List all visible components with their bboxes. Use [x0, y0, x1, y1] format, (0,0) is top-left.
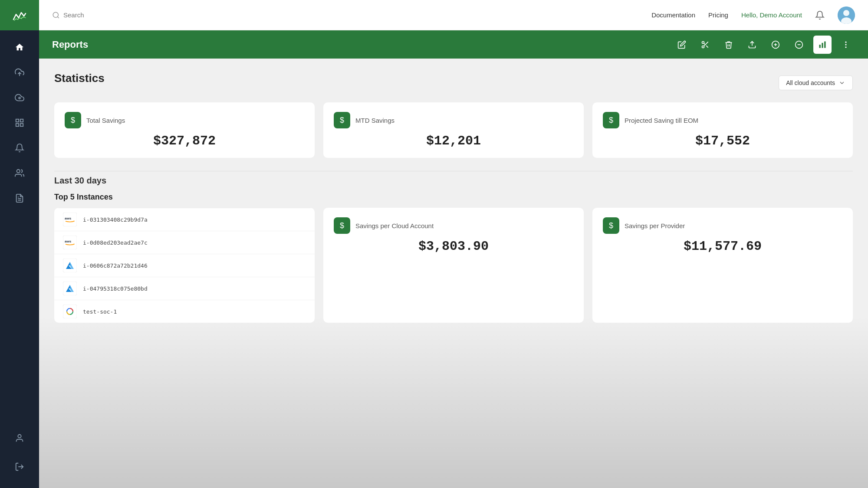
edit-button[interactable] [673, 36, 691, 54]
sidebar-item-cloud-settings[interactable] [7, 87, 33, 108]
projected-savings-value: $17,552 [603, 134, 842, 148]
bell-icon[interactable] [815, 10, 825, 20]
chart-button[interactable] [813, 36, 832, 54]
reports-actions [673, 36, 855, 54]
svg-point-31 [845, 41, 846, 43]
sidebar-logo[interactable] [0, 0, 39, 30]
reports-title: Reports [52, 39, 673, 50]
savings-cloud-icon: $ [334, 217, 350, 234]
svg-line-20 [706, 46, 708, 48]
total-savings-icon: $ [65, 112, 81, 128]
main-wrapper: Documentation Pricing Hello, Demo Accoun… [39, 0, 868, 488]
svg-rect-3 [16, 119, 19, 122]
search-icon [52, 11, 60, 19]
sidebar-item-upload-cloud[interactable] [7, 62, 33, 83]
table-row: aws i-0d08ed203ead2ae7c [54, 231, 315, 254]
svg-rect-5 [16, 124, 19, 126]
svg-rect-28 [819, 45, 821, 48]
svg-rect-4 [20, 119, 23, 122]
savings-cloud-label: Savings per Cloud Account [355, 222, 434, 229]
pricing-link[interactable]: Pricing [708, 11, 728, 19]
minus-button[interactable] [790, 36, 808, 54]
azure-icon [63, 282, 77, 295]
svg-line-21 [704, 43, 705, 44]
svg-rect-30 [824, 41, 825, 48]
stat-cards: $ Total Savings $327,872 $ MTD Savings $… [54, 102, 853, 158]
svg-point-7 [17, 170, 20, 173]
instances-list: aws i-031303408c29b9d7a aws [54, 208, 315, 323]
sidebar-item-user[interactable] [7, 427, 33, 449]
delete-button[interactable] [720, 36, 738, 54]
gcp-icon [63, 305, 77, 318]
table-row: i-04795318c075e80bd [54, 277, 315, 300]
mtd-savings-icon: $ [334, 112, 350, 128]
last30-title: Last 30 days [54, 171, 853, 186]
content: Statistics All cloud accounts $ Total Sa… [39, 59, 868, 488]
sidebar-item-grid[interactable] [7, 112, 33, 134]
topbar: Documentation Pricing Hello, Demo Accoun… [39, 0, 868, 30]
savings-provider-value: $11,577.69 [603, 239, 842, 254]
sidebar-nav [0, 30, 39, 426]
search-input[interactable] [63, 11, 150, 19]
stat-card-total-savings: $ Total Savings $327,872 [54, 102, 315, 158]
svg-rect-29 [822, 43, 823, 48]
instances-section: aws i-031303408c29b9d7a aws [54, 208, 853, 323]
sidebar-item-reports[interactable] [7, 187, 33, 209]
svg-line-13 [57, 16, 59, 18]
sidebar-item-team[interactable] [7, 162, 33, 184]
sidebar-item-home[interactable] [7, 36, 33, 58]
documentation-link[interactable]: Documentation [651, 11, 695, 19]
mtd-savings-label: MTD Savings [355, 117, 395, 124]
sidebar [0, 0, 39, 488]
svg-point-17 [702, 41, 704, 43]
savings-cloud-value: $3,803.90 [334, 239, 573, 254]
svg-point-15 [843, 10, 849, 16]
svg-point-10 [18, 435, 21, 438]
sidebar-item-alerts[interactable] [7, 137, 33, 159]
instance-id: i-031303408c29b9d7a [83, 216, 148, 223]
more-button[interactable] [837, 36, 855, 54]
stat-card-savings-provider: $ Savings per Provider $11,577.69 [592, 208, 853, 323]
user-name: Demo Account [760, 11, 802, 19]
statistics-title: Statistics [54, 72, 105, 85]
total-savings-value: $327,872 [65, 134, 304, 148]
sidebar-item-logout[interactable] [7, 456, 33, 478]
svg-point-33 [845, 46, 846, 48]
filter-label: All cloud accounts [786, 79, 835, 86]
avatar[interactable] [838, 7, 855, 24]
table-row: i-0606c872a72b21d46 [54, 254, 315, 277]
svg-text:aws: aws [65, 216, 72, 220]
instance-id: i-04795318c075e80bd [83, 285, 148, 292]
instance-id: i-0d08ed203ead2ae7c [83, 239, 148, 246]
svg-rect-46 [63, 305, 77, 318]
table-row: test-soc-1 [54, 300, 315, 323]
svg-point-32 [845, 44, 846, 45]
search-area [52, 11, 651, 19]
sidebar-bottom [7, 426, 33, 488]
svg-point-2 [19, 97, 20, 99]
stat-card-projected-savings: $ Projected Saving till EOM $17,552 [592, 102, 853, 158]
aws-icon: aws [63, 213, 77, 226]
top5-title: Top 5 Instances [54, 193, 853, 202]
reports-bar: Reports [39, 30, 868, 59]
add-button[interactable] [766, 36, 785, 54]
projected-savings-icon: $ [603, 112, 619, 128]
stat-card-savings-cloud: $ Savings per Cloud Account $3,803.90 [323, 208, 584, 323]
instance-id: i-0606c872a72b21d46 [83, 262, 148, 269]
table-row: aws i-031303408c29b9d7a [54, 208, 315, 231]
filter-dropdown[interactable]: All cloud accounts [779, 75, 853, 90]
projected-savings-label: Projected Saving till EOM [625, 117, 698, 124]
topbar-right: Documentation Pricing Hello, Demo Accoun… [651, 7, 855, 24]
savings-provider-icon: $ [603, 217, 619, 234]
azure-icon [63, 259, 77, 272]
svg-text:aws: aws [65, 239, 72, 243]
hello-text: Hello, Demo Account [741, 11, 802, 19]
savings-provider-label: Savings per Provider [625, 222, 685, 229]
svg-rect-6 [20, 124, 23, 126]
export-button[interactable] [743, 36, 761, 54]
stats-header: Statistics All cloud accounts [54, 72, 853, 94]
scissors-button[interactable] [696, 36, 714, 54]
svg-point-12 [53, 12, 58, 17]
stat-card-mtd-savings: $ MTD Savings $12,201 [323, 102, 584, 158]
mtd-savings-value: $12,201 [334, 134, 573, 148]
